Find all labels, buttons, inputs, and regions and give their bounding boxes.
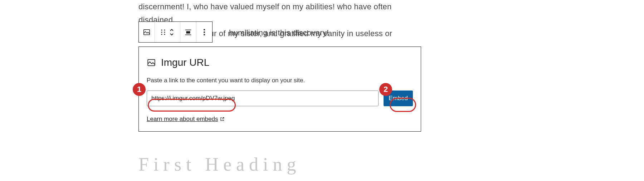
image-icon [143, 28, 151, 36]
heading-placeholder[interactable]: First Heading [138, 154, 301, 175]
block-help-text: Paste a link to the content you want to … [147, 77, 413, 84]
annotation-badge-1: 1 [133, 83, 146, 96]
svg-point-5 [161, 34, 162, 35]
embed-url-input[interactable] [147, 90, 379, 106]
svg-point-1 [161, 29, 162, 30]
block-type-button[interactable] [139, 22, 155, 42]
svg-point-9 [204, 31, 205, 33]
body-text-line: humiliating is this discovery! [229, 26, 329, 39]
drag-handle-icon [161, 29, 166, 35]
imgur-embed-block: Imgur URL Paste a link to the content yo… [138, 47, 421, 132]
block-title: Imgur URL [147, 57, 413, 68]
block-title-text: Imgur URL [161, 57, 209, 68]
learn-more-link[interactable]: Learn more about embeds [147, 116, 225, 123]
svg-point-6 [164, 34, 165, 35]
svg-point-2 [164, 29, 165, 30]
align-button[interactable] [180, 22, 196, 42]
block-toolbar [138, 21, 213, 43]
learn-more-label: Learn more about embeds [147, 116, 218, 123]
drag-move-group[interactable] [155, 22, 180, 42]
svg-point-3 [161, 31, 162, 33]
svg-point-4 [164, 31, 165, 33]
annotation-badge-2: 2 [379, 83, 392, 96]
svg-point-10 [204, 34, 205, 35]
align-center-icon [184, 28, 192, 36]
image-icon [147, 58, 156, 67]
more-options-button[interactable] [196, 22, 212, 42]
svg-point-8 [204, 29, 205, 30]
external-link-icon [220, 117, 225, 122]
svg-rect-7 [186, 31, 190, 33]
move-up-down-icon [169, 28, 174, 36]
more-options-icon [203, 29, 205, 36]
